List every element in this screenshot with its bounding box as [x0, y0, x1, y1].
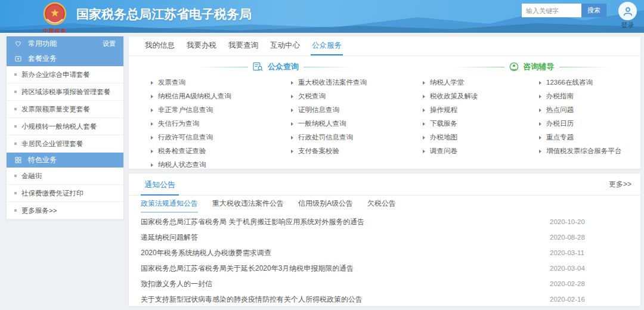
sidebar-common-functions[interactable]: 常用功能 设置 — [7, 36, 123, 51]
arrow-bullet-icon — [423, 95, 425, 98]
consult-link-label: 12366在线咨询 — [546, 78, 593, 87]
consult-link-label: 办税地图 — [430, 133, 457, 142]
notice-date: 2020-10-20 — [550, 218, 640, 225]
sidebar-item[interactable]: 社保费缴费凭证打印 — [7, 185, 123, 202]
login-link[interactable]: 登录 — [621, 21, 634, 30]
arrow-bullet-icon — [291, 108, 293, 112]
more-link[interactable]: 更多>> — [609, 179, 631, 190]
consult-link[interactable]: 纳税人学堂 — [423, 76, 539, 89]
square-bullet-icon — [14, 125, 17, 128]
main-services-card: 我的信息 我要办税 我要查询 互动中心 公众服务 公众查询 — [128, 36, 641, 169]
arrow-bullet-icon — [539, 95, 541, 98]
grid-icon — [14, 156, 22, 164]
sidebar-item[interactable]: 跨区域涉税事项报验管理套餐 — [7, 83, 123, 101]
query-link[interactable]: 纳税人状态查询 — [151, 158, 291, 172]
consult-link[interactable]: 税收政策及解读 — [423, 89, 539, 103]
nav-tab[interactable]: 我的信息 — [144, 36, 176, 55]
query-link[interactable]: 发票查询 — [151, 76, 291, 89]
notices-title-tab[interactable]: 通知公告 — [141, 173, 179, 196]
notice-row[interactable]: 2020年税务系统纳税人办税缴费需求调查 2020-03-11 — [129, 245, 640, 261]
sidebar-item[interactable]: 小规模转一般纳税人套餐 — [7, 118, 123, 135]
sidebar-item-label: 跨区域涉税事项报验管理套餐 — [21, 88, 111, 97]
sidebar-item[interactable]: 发票限额票量变更套餐 — [7, 101, 123, 118]
sidebar-group-special[interactable]: 特色业务 — [7, 153, 123, 168]
consult-link-label: 税收政策及解读 — [430, 92, 478, 101]
square-bullet-icon — [14, 175, 17, 177]
arrow-bullet-icon — [539, 136, 541, 140]
consult-link[interactable]: 12366在线咨询 — [539, 76, 640, 89]
consult-link[interactable]: 调查问卷 — [423, 144, 539, 158]
notice-row[interactable]: 致扣缴义务人的一封信 2020-02-28 — [129, 276, 640, 292]
notice-row[interactable]: 关于支持新型冠状病毒感染的肺炎疫情防控有关个人所得税政策的公告 2020-02-… — [129, 292, 640, 307]
consult-link[interactable]: 增值税发票综合服务平台 — [539, 144, 640, 158]
emblem-icon — [43, 2, 67, 26]
notices-card: 通知公告 更多>> 政策法规通知公告 重大税收违法案件公告 信用级别A级公告 欠… — [128, 173, 641, 306]
query-link[interactable]: 行政许可信息查询 — [151, 131, 291, 144]
consult-link-label: 增值税发票综合服务平台 — [546, 147, 622, 156]
query-link[interactable]: 证明信息查询 — [291, 103, 422, 117]
consult-section: 咨询辅导 纳税人学堂 税收政策及解读 — [423, 60, 640, 172]
notice-row[interactable]: 国家税务总局江苏省税务局关于延长2020年3月纳税申报期限的通告 2020-03… — [129, 261, 640, 276]
divider-line — [454, 67, 504, 67]
nav-tab[interactable]: 公众服务 — [311, 36, 343, 55]
query-link[interactable]: 重大税收违法案件查询 — [291, 76, 422, 89]
sidebar-item[interactable]: 更多服务>> — [7, 202, 123, 219]
sidebar-item-label: 社保费缴费凭证打印 — [21, 189, 83, 198]
notice-date: 2020-08-28 — [550, 234, 640, 241]
arrow-bullet-icon — [151, 136, 153, 140]
login-area[interactable]: 登录 — [618, 2, 637, 30]
sidebar-item-label: 更多服务>> — [21, 206, 57, 215]
notice-tab[interactable]: 信用级别A级公告 — [298, 196, 353, 213]
query-link[interactable]: 一般纳税人查询 — [291, 117, 422, 131]
arrow-bullet-icon — [291, 136, 293, 140]
notice-tab[interactable]: 欠税公告 — [367, 196, 396, 213]
consult-link-label: 热点问题 — [546, 106, 574, 114]
notice-row[interactable]: 国家税务总局江苏省税务局 关于机房搬迁影响应用系统对外服务的通告 2020-10… — [129, 214, 640, 230]
consult-links-col1: 纳税人学堂 税收政策及解读 操作规程 — [423, 76, 539, 158]
arrow-bullet-icon — [291, 95, 293, 98]
settings-link[interactable]: 设置 — [103, 39, 116, 48]
query-link[interactable]: 税务检查证查验 — [151, 144, 291, 158]
consult-person-icon — [509, 62, 519, 72]
arrow-bullet-icon — [423, 136, 425, 140]
nav-tab[interactable]: 互动中心 — [269, 36, 301, 55]
user-avatar-icon[interactable] — [618, 2, 637, 20]
query-link[interactable]: 欠税查询 — [291, 89, 422, 103]
consult-link[interactable]: 重点专题 — [539, 131, 640, 144]
query-link-label: 纳税人状态查询 — [158, 160, 206, 169]
nav-tab[interactable]: 我要查询 — [227, 36, 259, 55]
square-bullet-icon — [14, 192, 17, 194]
search-input[interactable] — [522, 4, 581, 17]
consult-link-label: 纳税人学堂 — [430, 78, 465, 87]
consult-link[interactable]: 操作规程 — [423, 103, 539, 117]
sidebar-item[interactable]: 新办企业综合申请套餐 — [7, 66, 123, 83]
query-link[interactable]: 支付备案校验 — [291, 144, 422, 158]
site-header: 中国税务 国家税务总局江苏省电子税务局 搜索 登录 — [0, 0, 644, 33]
sidebar-item[interactable]: 非居民企业管理套餐 — [7, 135, 123, 153]
consult-link[interactable]: 办税日历 — [539, 117, 640, 131]
query-section-title: 公众查询 — [268, 61, 299, 72]
consult-link[interactable]: 办税指南 — [539, 89, 640, 103]
notice-tab[interactable]: 政策法规通知公告 — [141, 196, 198, 213]
sidebar-item[interactable]: 金融街 — [7, 168, 123, 185]
notice-date: 2020-02-16 — [550, 296, 640, 303]
consult-link[interactable]: 下载服务 — [423, 117, 539, 131]
query-link[interactable]: 失信行为查询 — [151, 117, 291, 131]
package-icon — [14, 55, 22, 63]
consult-link[interactable]: 热点问题 — [539, 103, 640, 117]
notice-tab[interactable]: 重大税收违法案件公告 — [212, 196, 284, 213]
public-query-section: 公众查询 发票查询 纳税信用A级纳税人查询 — [129, 60, 423, 172]
consult-link[interactable]: 办税地图 — [423, 131, 539, 144]
notice-title-text: 关于支持新型冠状病毒感染的肺炎疫情防控有关个人所得税政策的公告 — [141, 294, 363, 305]
query-link-label: 纳税信用A级纳税人查询 — [158, 92, 231, 101]
sidebar-group-package[interactable]: 套餐业务 — [7, 51, 123, 66]
query-link[interactable]: 行政处罚信息查询 — [291, 131, 422, 144]
nav-tab[interactable]: 我要办税 — [185, 36, 218, 55]
notice-title-text: 国家税务总局江苏省税务局 关于机房搬迁影响应用系统对外服务的通告 — [141, 217, 364, 227]
search-button[interactable]: 搜索 — [581, 4, 606, 17]
notice-list: 国家税务总局江苏省税务局 关于机房搬迁影响应用系统对外服务的通告 2020-10… — [129, 213, 640, 307]
notice-row[interactable]: 递延纳税问题解答 2020-08-28 — [129, 230, 640, 245]
notice-date: 2020-03-04 — [550, 265, 640, 272]
query-link[interactable]: 非正常户信息查询 — [151, 103, 291, 117]
query-link[interactable]: 纳税信用A级纳税人查询 — [151, 89, 291, 103]
